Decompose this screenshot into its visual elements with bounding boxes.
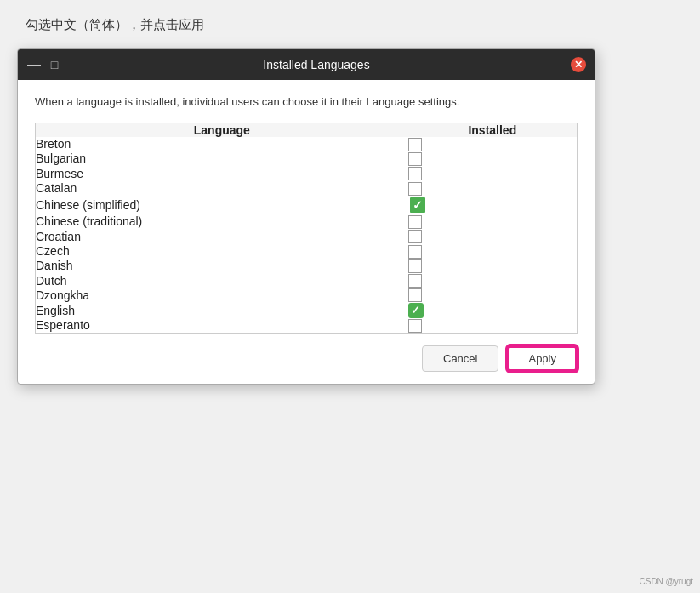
minimize-button[interactable]: — <box>26 57 42 72</box>
language-installed-cell[interactable] <box>408 302 577 317</box>
table-row[interactable]: Dutch <box>36 273 577 288</box>
dialog-body: When a language is installed, individual… <box>18 80 595 334</box>
checkbox-unchecked[interactable] <box>408 245 422 259</box>
language-name: Chinese (traditional) <box>36 214 408 229</box>
language-name: Dutch <box>36 273 408 288</box>
language-installed-cell[interactable] <box>408 243 577 258</box>
checkbox-unchecked[interactable] <box>408 182 422 196</box>
table-row[interactable]: Croatian <box>36 229 577 243</box>
language-installed-cell[interactable] <box>408 259 577 273</box>
language-installed-cell[interactable] <box>408 288 577 302</box>
language-table-container[interactable]: Language Installed BretonBulgarianBurmes… <box>35 123 578 334</box>
col-header-installed: Installed <box>408 123 577 137</box>
checkbox-unchecked[interactable] <box>408 259 422 273</box>
language-installed-cell[interactable] <box>408 180 577 195</box>
checkbox-unchecked[interactable] <box>408 138 422 151</box>
table-row[interactable]: Bulgarian <box>36 151 577 166</box>
table-row[interactable]: Chinese (traditional) <box>36 214 577 229</box>
checkbox-unchecked[interactable] <box>408 152 422 166</box>
language-name: Croatian <box>36 229 408 243</box>
dialog-footer: Cancel Apply <box>18 334 595 384</box>
close-button[interactable]: ✕ <box>571 57 586 72</box>
dialog-title: Installed Languages <box>62 58 571 71</box>
language-name: Dzongkha <box>36 288 408 302</box>
apply-button[interactable]: Apply <box>507 345 578 372</box>
language-name: Esperanto <box>36 318 408 333</box>
table-row[interactable]: Catalan <box>36 180 577 195</box>
col-header-language: Language <box>36 123 408 137</box>
cancel-button[interactable]: Cancel <box>422 345 498 372</box>
checkbox-unchecked[interactable] <box>408 274 422 288</box>
table-row[interactable]: Esperanto <box>36 318 577 333</box>
language-name: Danish <box>36 259 408 273</box>
dialog-titlebar: — □ Installed Languages ✕ <box>18 49 595 80</box>
checkbox-unchecked[interactable] <box>408 288 422 302</box>
titlebar-left-spacer: — □ <box>26 57 62 72</box>
table-row[interactable]: Dzongkha <box>36 288 577 302</box>
checkbox-unchecked[interactable] <box>408 215 422 229</box>
checkbox-checked-selected[interactable] <box>408 196 427 214</box>
language-name: Burmese <box>36 166 408 180</box>
language-installed-cell[interactable] <box>408 214 577 229</box>
language-name: Czech <box>36 243 408 258</box>
installed-languages-dialog: — □ Installed Languages ✕ When a languag… <box>17 48 595 385</box>
language-name: Bulgarian <box>36 151 408 166</box>
language-name: Chinese (simplified) <box>36 196 408 214</box>
table-row[interactable]: Burmese <box>36 166 577 180</box>
language-installed-cell[interactable] <box>408 229 577 243</box>
checkbox-unchecked[interactable] <box>408 230 422 243</box>
titlebar-right-controls: ✕ <box>571 57 586 72</box>
language-installed-cell[interactable] <box>408 151 577 166</box>
language-installed-cell[interactable] <box>408 196 577 214</box>
language-installed-cell[interactable] <box>408 318 577 333</box>
page-instruction: 勾选中文（简体），并点击应用 <box>26 17 683 33</box>
checkbox-checked[interactable] <box>408 303 424 318</box>
table-row[interactable]: Breton <box>36 137 577 151</box>
checkbox-unchecked[interactable] <box>408 319 422 333</box>
maximize-button[interactable]: □ <box>47 57 62 72</box>
table-row[interactable]: Chinese (simplified) <box>36 196 577 214</box>
table-row[interactable]: English <box>36 302 577 317</box>
language-name: English <box>36 302 408 317</box>
language-name: Breton <box>36 137 408 151</box>
language-installed-cell[interactable] <box>408 273 577 288</box>
dialog-description: When a language is installed, individual… <box>35 94 578 111</box>
table-row[interactable]: Czech <box>36 243 577 258</box>
language-name: Catalan <box>36 180 408 195</box>
language-installed-cell[interactable] <box>408 166 577 180</box>
checkbox-unchecked[interactable] <box>408 167 422 180</box>
table-row[interactable]: Danish <box>36 259 577 273</box>
language-table: Language Installed BretonBulgarianBurmes… <box>36 123 577 334</box>
language-installed-cell[interactable] <box>408 137 577 151</box>
